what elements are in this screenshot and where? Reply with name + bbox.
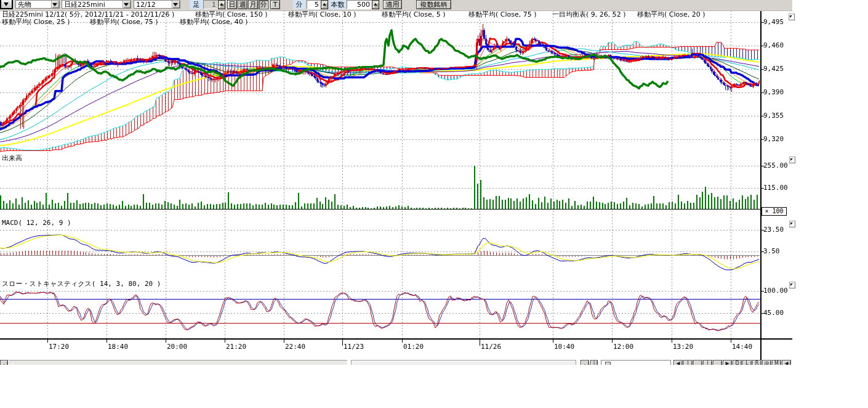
apply-button[interactable]: 適用 bbox=[383, 0, 402, 9]
y-axis-tick-label: 45.00 bbox=[763, 309, 784, 317]
zoom-slider-knob[interactable] bbox=[605, 362, 611, 365]
zoom-out-button[interactable]: . bbox=[581, 360, 589, 365]
bar-count-spinner[interactable] bbox=[372, 0, 379, 9]
caret-down-icon bbox=[124, 3, 129, 9]
multi-symbol-button[interactable]: 複数銘柄 bbox=[416, 0, 451, 9]
y-axis-tick-label: 115.00 bbox=[763, 184, 788, 192]
corner-arrow-icon bbox=[790, 284, 793, 286]
y-axis-tick-label: 3.50 bbox=[763, 248, 780, 255]
market-select-arrow[interactable] bbox=[51, 1, 59, 8]
market-select[interactable]: 先物 bbox=[15, 0, 60, 9]
x-axis-tick-label: 11/23 bbox=[344, 343, 364, 351]
y-axis-tick-label: 100.00 bbox=[763, 287, 788, 295]
pane-restore-icon[interactable] bbox=[789, 157, 795, 163]
scrollbar-track[interactable] bbox=[9, 360, 347, 365]
corner-arrow-icon bbox=[790, 158, 793, 161]
x-axis-tick-label: 01:20 bbox=[403, 343, 424, 351]
stochastics-pane-label: スロー・ストキャスティクス( 14, 3, 80, 20 ) bbox=[2, 280, 161, 288]
minute-field[interactable]: 5 bbox=[307, 0, 321, 9]
pane-restore-icon[interactable] bbox=[789, 221, 795, 227]
y-axis-tick-label: 255.00 bbox=[763, 162, 788, 169]
mode-m-button[interactable]: M bbox=[772, 360, 781, 365]
symbol-select-value: 日経225mini bbox=[64, 1, 105, 9]
y-axis-tick-label: 9,495 bbox=[763, 18, 784, 26]
y-axis-tick-label: 9,460 bbox=[763, 42, 784, 49]
legend-item: 移動平均( Close, 10 ) bbox=[288, 11, 356, 18]
mode-at-button[interactable]: @ bbox=[762, 360, 771, 365]
x-axis-tick-label: 20:00 bbox=[167, 343, 187, 351]
spin-up-icon bbox=[323, 1, 326, 6]
pane-restore-icon[interactable] bbox=[789, 282, 795, 288]
legend-item: 移動平均( Close, 5 ) bbox=[382, 11, 446, 18]
mode-prev-button[interactable]: ◀ bbox=[782, 360, 791, 365]
y-axis-tick-label: 23.50 bbox=[763, 226, 784, 234]
x-axis-tick-label: 17:20 bbox=[49, 343, 69, 351]
legend-item: 一目均衡表( 9, 26, 52 ) bbox=[552, 11, 626, 18]
y-axis-tick-label: 9,320 bbox=[763, 136, 784, 143]
mode-r-button[interactable]: R bbox=[752, 360, 762, 365]
x-axis-tick-label: 12:00 bbox=[613, 343, 633, 351]
scroll-left-button[interactable]: . bbox=[0, 360, 8, 365]
step-forward-button[interactable]: | bbox=[703, 360, 712, 365]
zoom-in-button[interactable]: | bbox=[590, 360, 598, 365]
x-axis-tick-label: 13:20 bbox=[673, 343, 693, 351]
y-axis-tick-label: 9,390 bbox=[763, 89, 784, 96]
scroll-end-button[interactable]: ▶ bbox=[723, 360, 732, 365]
macd-pane-label: MACD( 12, 26, 9 ) bbox=[2, 219, 71, 227]
contract-select-arrow[interactable] bbox=[172, 1, 180, 8]
bottom-scrollbar: . . | ◀||▶DLR@M◀ bbox=[0, 360, 794, 365]
chart-canvas[interactable] bbox=[0, 0, 794, 365]
corner-arrow-icon bbox=[790, 222, 793, 225]
scrollbar-thumb[interactable] bbox=[351, 360, 576, 365]
zoom-slider[interactable] bbox=[601, 360, 671, 365]
caret-down-icon bbox=[173, 3, 178, 9]
play-button[interactable] bbox=[693, 360, 702, 365]
minute-spinner[interactable] bbox=[321, 0, 328, 9]
y-axis-tick-label: 9,355 bbox=[763, 112, 784, 120]
x-axis-tick-label: 10:40 bbox=[554, 343, 574, 351]
caret-down-icon bbox=[52, 3, 57, 9]
mode-d-button[interactable]: D bbox=[733, 360, 742, 365]
timeframe-tick-button[interactable]: T bbox=[270, 0, 280, 9]
market-select-value: 先物 bbox=[18, 1, 31, 9]
x-axis-tick-label: 22:40 bbox=[285, 343, 305, 351]
toolbar: 先物 日経225mini 12/12 足 1 日 週 月 分 T 分 5 本数 … bbox=[0, 0, 792, 11]
legend-item: 移動平均( Close, 25 ) bbox=[2, 18, 70, 26]
x-axis-tick-label: 18:40 bbox=[108, 343, 128, 351]
timeframe-minute-button[interactable]: 分 bbox=[259, 0, 268, 9]
contract-select-value: 12/12 bbox=[136, 1, 156, 9]
legend-item: 移動平均( Close, 40 ) bbox=[180, 18, 248, 26]
bar-type-label: 足 bbox=[190, 0, 203, 9]
timeframe-week-button[interactable]: 週 bbox=[238, 0, 247, 9]
caret-down-icon bbox=[4, 2, 9, 9]
y-axis-tick-label: 9,425 bbox=[763, 65, 784, 73]
step-back-button[interactable]: | bbox=[683, 360, 693, 365]
contract-select[interactable]: 12/12 bbox=[134, 0, 180, 9]
bar-count-field[interactable]: 500 bbox=[347, 0, 372, 9]
volume-scale-badge: × 100 bbox=[762, 207, 787, 216]
scroll-begin-button[interactable]: ◀ bbox=[673, 360, 683, 365]
pause-button[interactable] bbox=[713, 360, 722, 365]
bar-interval-field[interactable]: 1 bbox=[203, 0, 218, 9]
volume-pane-label: 出来高 bbox=[2, 155, 22, 162]
symbol-select[interactable]: 日経225mini bbox=[62, 0, 131, 9]
legend-item: 移動平均( Close, 75 ) bbox=[468, 11, 537, 18]
minute-label: 分 bbox=[293, 0, 305, 9]
bar-count-label: 本数 bbox=[329, 0, 346, 9]
bar-interval-spinner[interactable] bbox=[218, 0, 225, 9]
timeframe-month-button[interactable]: 月 bbox=[248, 0, 258, 9]
legend-item: 移動平均( Close, 75 ) bbox=[90, 18, 158, 26]
x-axis-tick-label: 21:20 bbox=[226, 343, 246, 351]
spin-up-icon bbox=[220, 1, 223, 6]
symbol-select-arrow[interactable] bbox=[123, 1, 131, 8]
spin-up-icon bbox=[374, 1, 377, 6]
timeframe-day-button[interactable]: 日 bbox=[227, 0, 237, 9]
mode-l-button[interactable]: L bbox=[742, 360, 752, 365]
corner-arrow-icon bbox=[790, 15, 792, 18]
x-axis-tick-label: 14:40 bbox=[732, 343, 752, 351]
x-axis-tick-label: 11/26 bbox=[481, 343, 501, 351]
toolbar-dropdown-button[interactable] bbox=[0, 0, 13, 9]
app-window: 先物 日経225mini 12/12 足 1 日 週 月 分 T 分 5 本数 … bbox=[0, 0, 868, 408]
legend-item: 移動平均( Close, 20 ) bbox=[637, 11, 705, 18]
pane-restore-icon[interactable] bbox=[789, 14, 795, 20]
